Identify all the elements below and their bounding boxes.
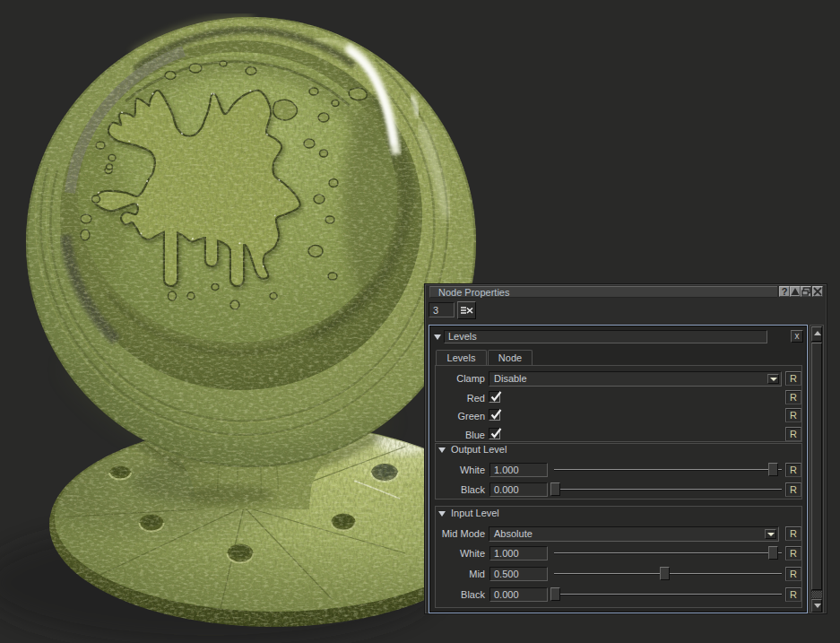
svg-text:?: ? <box>782 287 788 296</box>
